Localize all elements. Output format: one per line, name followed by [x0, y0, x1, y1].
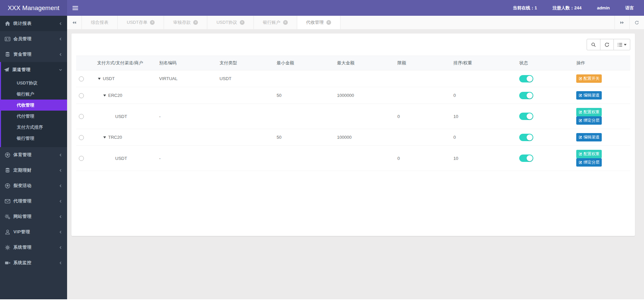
cogs-icon — [5, 214, 10, 220]
sidebar-item-agent-management[interactable]: 代理管理 — [0, 193, 67, 209]
tabs-refresh-button[interactable] — [629, 16, 644, 29]
tabs-scroll-left-button[interactable] — [67, 16, 82, 29]
tab-bar: 综合报表 USDT存单 × 审核存款 × USDT协议 × 银行账户 × — [67, 16, 644, 29]
col-payment-type: 支付类型 — [217, 56, 274, 70]
edit-icon — [579, 152, 582, 156]
caret-down-icon[interactable] — [98, 78, 101, 80]
chevron-left-icon — [59, 184, 62, 188]
sidebar-item-sports-management[interactable]: 体育管理 — [0, 147, 67, 163]
edit-icon — [579, 135, 582, 139]
main-content: 综合报表 USDT存单 × 审核存款 × USDT协议 × 银行账户 × — [67, 16, 644, 299]
sidebar-item-system-management[interactable]: 系统管理 — [0, 240, 67, 255]
content-area: 支付方式/支付渠道/商户 别名编码 支付类型 最小金额 最大金额 限额 排序/权… — [67, 29, 644, 299]
language-menu[interactable]: 语言 — [625, 5, 634, 11]
col-sort-weight: 排序/权重 — [451, 56, 517, 70]
chevron-left-icon — [59, 153, 62, 157]
config-weight-button[interactable]: 配置权重 — [576, 108, 602, 116]
search-button[interactable] — [587, 39, 600, 50]
status-toggle[interactable] — [519, 155, 533, 162]
status-toggle[interactable] — [519, 113, 533, 120]
edit-icon — [579, 119, 582, 122]
sidebar-item-system-monitor[interactable]: 系统监控 — [0, 255, 67, 270]
table-row: ERC20 50 1000000 0 编辑渠道 — [76, 87, 630, 104]
close-icon[interactable]: × — [240, 20, 245, 25]
edit-channel-button[interactable]: 编辑渠道 — [576, 133, 602, 141]
tab-collection-management[interactable]: 代收管理 × — [297, 16, 340, 29]
sidebar-item-funds-management[interactable]: 资金管理 — [0, 47, 67, 62]
refresh-button[interactable] — [600, 39, 614, 50]
tab-usdt-deposit[interactable]: USDT存单 × — [118, 16, 164, 29]
tab-bank-account[interactable]: 银行账户 × — [254, 16, 297, 29]
sidebar-subitem-collection-management[interactable]: 代收管理 — [0, 100, 67, 111]
chevron-left-icon — [59, 215, 62, 219]
close-icon[interactable]: × — [150, 20, 155, 25]
soccer-ball-icon — [5, 183, 10, 189]
edit-icon — [579, 161, 582, 164]
col-alias-code: 别名编码 — [157, 56, 217, 70]
chevron-left-icon — [59, 246, 62, 249]
brand-logo[interactable]: XXX Management — [0, 0, 67, 16]
col-payment-method: 支付方式/支付渠道/商户 — [95, 56, 157, 70]
sidebar-item-fission-activity[interactable]: 裂变活动 — [0, 178, 67, 193]
search-icon — [591, 42, 596, 47]
status-toggle[interactable] — [519, 92, 533, 99]
sidebar-item-term-finance[interactable]: 定期理财 — [0, 163, 67, 178]
sidebar-subitem-usdt-protocol[interactable]: USDT协议 — [0, 77, 67, 88]
id-card-icon — [5, 36, 10, 42]
sidebar-item-channel-management[interactable]: 渠道管理 — [0, 62, 67, 77]
bind-layer-button[interactable]: 绑定分层 — [576, 116, 602, 125]
database-icon — [5, 52, 10, 57]
table-header-row: 支付方式/支付渠道/商户 别名编码 支付类型 最小金额 最大金额 限额 排序/权… — [76, 56, 630, 70]
config-weight-button[interactable]: 配置权重 — [576, 150, 602, 158]
chevron-left-icon — [59, 230, 62, 234]
status-toggle[interactable] — [519, 134, 533, 141]
tab-summary-report[interactable]: 综合报表 — [82, 16, 118, 29]
hamburger-icon — [72, 6, 78, 7]
close-icon[interactable]: × — [193, 20, 198, 25]
col-max-amount: 最大金额 — [334, 56, 395, 70]
tab-audit-deposit[interactable]: 审核存款 × — [164, 16, 207, 29]
row-radio[interactable] — [79, 156, 84, 161]
sidebar-item-member-management[interactable]: 会员管理 — [0, 31, 67, 47]
columns-button[interactable] — [613, 39, 630, 50]
chevron-left-icon — [59, 53, 62, 56]
edit-icon — [579, 77, 582, 80]
row-radio[interactable] — [79, 135, 84, 140]
sidebar-item-stats-report[interactable]: 统计报表 — [0, 16, 67, 31]
video-camera-icon — [5, 260, 10, 266]
table-row: TRC20 50 100000 0 编辑渠道 — [76, 129, 630, 146]
edit-channel-button[interactable]: 编辑渠道 — [576, 91, 602, 100]
sidebar-item-website-management[interactable]: 网站管理 — [0, 209, 67, 224]
gear-icon — [5, 245, 10, 250]
chevron-left-icon — [59, 199, 62, 203]
row-radio[interactable] — [79, 93, 84, 98]
refresh-icon — [635, 20, 639, 25]
sidebar-item-vip-management[interactable]: VIP管理 — [0, 224, 67, 240]
tabs-scroll-right-button[interactable] — [614, 16, 629, 29]
backward-icon — [72, 20, 76, 25]
row-radio[interactable] — [79, 114, 84, 119]
sidebar-subitem-payment-method-sort[interactable]: 支付方式排序 — [0, 122, 67, 133]
sidebar-subitem-bank-account[interactable]: 银行账户 — [0, 88, 67, 100]
close-icon[interactable]: × — [326, 20, 331, 25]
current-user-menu[interactable]: admin — [597, 5, 610, 10]
caret-down-icon[interactable] — [103, 95, 106, 97]
row-radio[interactable] — [79, 76, 84, 81]
paper-plane-icon — [4, 67, 9, 73]
table-row: USDT - 0 10 配置权重绑定分层 — [76, 146, 630, 171]
close-icon[interactable]: × — [283, 20, 288, 25]
tab-usdt-protocol[interactable]: USDT协议 × — [207, 16, 254, 29]
status-toggle[interactable] — [519, 75, 533, 82]
card-toolbar — [76, 39, 630, 50]
config-switch-button[interactable]: 配置开关 — [576, 74, 602, 83]
sidebar-subitem-bank-management[interactable]: 银行管理 — [0, 133, 67, 144]
sidebar: 统计报表 会员管理 资金管理 渠道管理 USDT协议 银行账 — [0, 16, 67, 299]
online-count: 当前在线：1 — [513, 5, 537, 11]
sidebar-toggle-button[interactable] — [67, 0, 83, 16]
bind-layer-button[interactable]: 绑定分层 — [576, 158, 602, 167]
home-icon — [5, 21, 10, 26]
caret-down-icon[interactable] — [103, 136, 106, 138]
refresh-icon — [604, 42, 609, 47]
table-row: USDT - 0 10 配置权重绑定分层 — [76, 104, 630, 129]
sidebar-subitem-payout-management[interactable]: 代付管理 — [0, 111, 67, 122]
